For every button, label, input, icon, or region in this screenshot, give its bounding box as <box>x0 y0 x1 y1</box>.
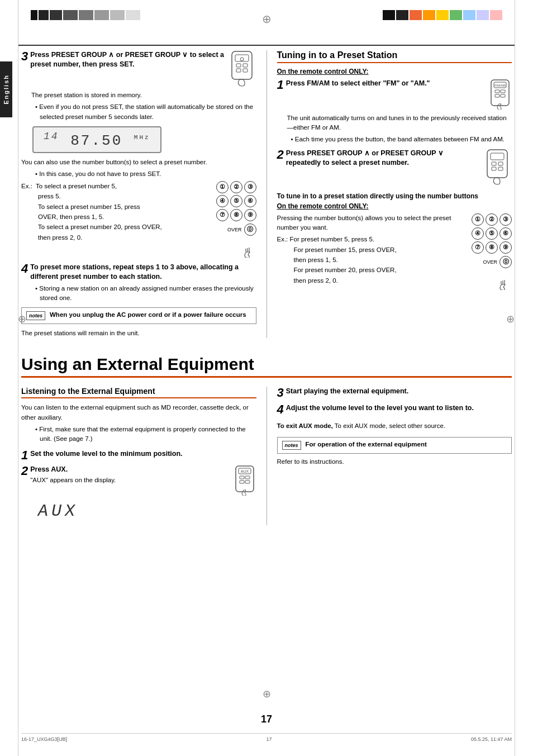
svg-rect-1 <box>235 55 249 61</box>
header-bar-right <box>382 10 502 20</box>
frequency-display: 14 87.50 MHz <box>32 126 161 154</box>
svg-rect-31 <box>240 481 244 483</box>
svg-rect-20 <box>498 162 503 165</box>
step1-right-bullet: • Each time you press the button, the ba… <box>291 135 512 144</box>
ext-step3-num: 3 <box>277 387 284 399</box>
right-margin <box>515 0 515 756</box>
notes-body-right: Refer to its instructions. <box>277 457 512 467</box>
step2-right-header: 2 Press PRESET GROUP ∧ or PRESET GROUP ∨… <box>277 149 512 187</box>
step3-header: 3 Press PRESET GROUP ∧ or PRESET GROUP ∨… <box>21 50 256 88</box>
direct-tune-area: Pressing the number button(s) allows you… <box>277 213 512 292</box>
ext-section-title: Listening to the External Equipment <box>21 387 256 398</box>
step2-right-heading: Press PRESET GROUP ∧ or PRESET GROUP ∨ r… <box>286 149 478 168</box>
notes-box-right: notes For operation of the external equi… <box>277 437 512 454</box>
svg-rect-3 <box>243 64 248 67</box>
display-area: 14 87.50 MHz <box>32 126 256 154</box>
direct-tune-ex: Ex.: For preset number 5, press 5. For p… <box>277 234 468 286</box>
svg-text:FM/AM: FM/AM <box>494 84 505 87</box>
step3-num: 3 <box>21 50 28 63</box>
aux-display: AUX <box>38 502 256 521</box>
top-rule <box>18 45 515 46</box>
ext-step3-header: 3 Start playing the external equipment. <box>277 387 512 399</box>
sub-heading3: On the remote control ONLY: <box>277 202 512 210</box>
num-buttons-area: Ex.: To select a preset number 5, press … <box>21 181 256 259</box>
num-grid-right: ① ② ③ ④ ⑤ ⑥ ⑦ ⑧ ⑨ OVER ⓪ <box>472 213 512 292</box>
svg-rect-4 <box>236 69 241 72</box>
notes-box-left: notes When you unplug the AC power cord … <box>21 307 256 324</box>
footer: 16-17_UXG4G3[UB] 17 05.5.25, 11:47 AM <box>21 733 512 742</box>
big-section-area: Using an External Equipment Listening to… <box>21 355 512 525</box>
step1-right-body: The unit automatically turns on and tune… <box>287 113 512 133</box>
ext-step4-header: 4 Adjust the volume level to the level y… <box>277 403 512 416</box>
right-column: Tuning in to a Preset Station On the rem… <box>267 50 512 338</box>
step4-heading: To preset more stations, repeat steps 1 … <box>30 263 256 282</box>
side-tab-label: English <box>3 74 9 104</box>
header-bar-left <box>31 10 141 20</box>
ext-step3-heading: Start playing the external equipment. <box>286 387 409 396</box>
num-grid-left: ① ② ③ ④ ⑤ ⑥ ⑦ ⑧ ⑨ OVER ⓪ <box>216 181 256 259</box>
ext-step2-body: "AUX" appears on the display. <box>30 476 228 485</box>
sub-heading-remote-only: On the remote control ONLY: <box>277 68 512 75</box>
ext-step4-heading: Adjust the volume level to the level you… <box>286 403 474 413</box>
ext-right-col: 3 Start playing the external equipment. … <box>267 387 512 525</box>
step1-right-num: 1 <box>277 79 284 91</box>
svg-rect-17 <box>487 150 507 178</box>
ext-step1-heading: Set the volume level to the minimum posi… <box>30 449 182 459</box>
presetgroup-remote-icon <box>483 149 512 187</box>
ext-step2-header: 2 Press AUX. "AUX" appears on the displa… <box>21 465 256 497</box>
section-title-right: Tuning in to a Preset Station <box>277 50 512 63</box>
big-section-title: Using an External Equipment <box>21 355 512 378</box>
svg-rect-0 <box>232 51 252 79</box>
crosshair-left: ⊕ <box>18 313 26 325</box>
step3-ex-text: Ex.: To select a preset number 5, press … <box>21 181 212 243</box>
step3-bullet1: • Even if you do not press SET, the stat… <box>35 102 256 122</box>
step4-bullet: • Storing a new station on an already as… <box>35 284 256 303</box>
notes-icon-right: notes <box>282 441 301 450</box>
ext-step1-num: 1 <box>21 449 28 462</box>
notes-content-left: When you unplug the AC power cord or if … <box>50 311 246 318</box>
aux-remote-icon: AUX <box>233 465 256 497</box>
notes-heading-left: When you unplug the AC power cord or if … <box>50 311 246 318</box>
notes-icon-left: notes <box>26 311 45 320</box>
svg-rect-29 <box>240 476 244 479</box>
footer-left: 16-17_UXG4G3[UB] <box>21 736 67 742</box>
ext-step1-header: 1 Set the volume level to the minimum po… <box>21 449 256 462</box>
svg-rect-13 <box>495 90 499 93</box>
svg-rect-22 <box>498 167 503 170</box>
ext-body1: You can listen to the external equipment… <box>21 403 256 422</box>
step1-right-header: 1 Press FM/AM to select either "FM" or "… <box>277 79 512 111</box>
ext-left-col: Listening to the External Equipment You … <box>21 387 267 525</box>
svg-rect-15 <box>495 94 499 97</box>
ext-step2-num: 2 <box>21 465 28 477</box>
ext-bullet1: • First, make sure that the external equ… <box>35 425 256 444</box>
direct-tune-text: Pressing the number button(s) allows you… <box>277 213 468 286</box>
ext-exit-text: To exit AUX mode, To exit AUX mode, sele… <box>277 421 512 431</box>
step3-remote-icon <box>227 50 256 88</box>
footer-center: 17 <box>266 736 272 742</box>
fmam-remote-icon: FM/AM <box>488 79 512 111</box>
svg-rect-2 <box>236 64 241 67</box>
crosshair-top: ⊕ <box>262 12 272 26</box>
ext-step4-num: 4 <box>277 403 284 416</box>
svg-rect-14 <box>501 90 505 93</box>
step3-body1: The preset station is stored in memory. <box>31 91 256 100</box>
svg-point-6 <box>240 58 244 61</box>
ext-two-col: Listening to the External Equipment You … <box>21 387 512 525</box>
crosshair-bottom: ⊕ <box>263 688 271 700</box>
notes-body-left: The preset stations will remain in the u… <box>21 329 256 338</box>
svg-rect-16 <box>501 94 505 97</box>
page-number: 17 <box>261 714 272 725</box>
svg-text:AUX: AUX <box>240 469 249 473</box>
ext-step2-heading: Press AUX. <box>30 465 228 474</box>
direct-tune-body: Pressing the number button(s) allows you… <box>277 213 468 233</box>
step1-right-heading: Press FM/AM to select either "FM" or "AM… <box>286 79 484 88</box>
sub-heading2: To tune in to a preset station directly … <box>277 192 512 200</box>
left-margin <box>18 0 18 756</box>
step3-body2: You can also use the number button(s) to… <box>21 158 256 167</box>
svg-rect-30 <box>245 476 250 479</box>
footer-right: 05.5.25, 11:47 AM <box>471 736 512 742</box>
step3-heading: Press PRESET GROUP ∧ or PRESET GROUP ∨ t… <box>30 50 227 69</box>
step4-num: 4 <box>21 263 28 275</box>
left-column: 3 Press PRESET GROUP ∧ or PRESET GROUP ∨… <box>21 50 267 338</box>
svg-rect-5 <box>243 69 248 72</box>
